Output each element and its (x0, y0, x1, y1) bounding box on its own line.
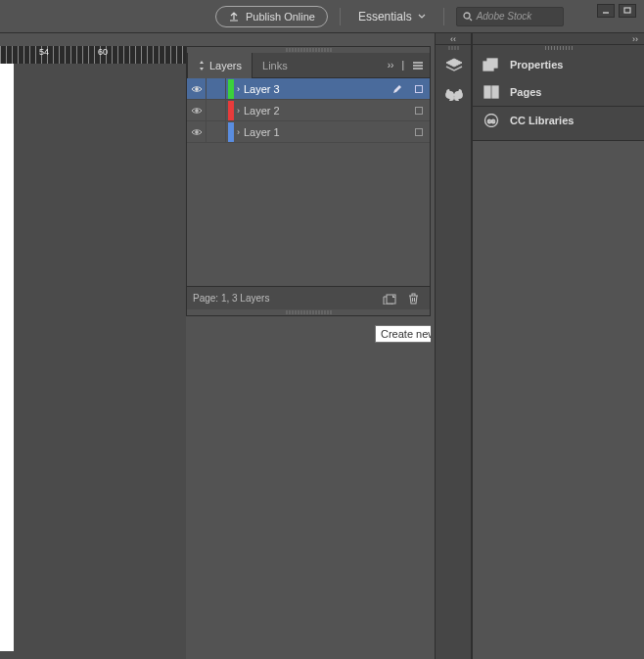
delete-layer-button[interactable] (402, 290, 424, 307)
adobe-stock-search[interactable]: Adobe Stock (456, 7, 564, 26)
panel-tab-controls: ›› | (388, 60, 430, 71)
search-placeholder: Adobe Stock (477, 11, 532, 22)
panel-label: Pages (510, 86, 541, 98)
cc-libraries-icon: cc (483, 114, 500, 127)
edit-indicator (387, 84, 408, 94)
layers-status-text: Page: 1, 3 Layers (193, 293, 377, 304)
layer-name[interactable]: Layer 3 (244, 83, 387, 95)
panel-tab-bar: Layers Links ›› | (187, 53, 430, 78)
top-menu-bar: Publish Online Essentials Adobe Stock (0, 0, 644, 33)
right-dock-collapse[interactable]: ›› (473, 33, 644, 45)
document-page[interactable] (0, 64, 14, 651)
svg-point-3 (195, 109, 198, 112)
layer-list: › Layer 3 › Layer 2 › Layer 1 (187, 78, 430, 286)
dock-links-button[interactable] (436, 80, 473, 110)
divider (443, 8, 444, 25)
workspace-label: Essentials (358, 10, 412, 24)
tab-links[interactable]: Links (253, 53, 298, 78)
link-icon (445, 89, 463, 101)
layers-panel-footer: Page: 1, 3 Layers (187, 286, 430, 309)
window-controls (597, 4, 636, 18)
svg-rect-11 (492, 86, 498, 98)
horizontal-ruler: 54 60 (0, 46, 186, 64)
right-dock-fill (472, 141, 644, 659)
layer-row[interactable]: › Layer 1 (187, 121, 430, 143)
divider: | (401, 60, 404, 71)
tab-label: Links (262, 60, 288, 71)
selection-indicator[interactable] (408, 107, 430, 115)
tab-layers[interactable]: Layers (187, 53, 253, 78)
panel-grip[interactable] (285, 310, 332, 314)
svg-text:cc: cc (487, 118, 495, 124)
svg-rect-5 (387, 295, 395, 304)
panel-grip[interactable] (285, 48, 332, 52)
layers-panel: Layers Links ›› | › Layer 3 (186, 46, 431, 316)
svg-rect-1 (624, 8, 630, 13)
eye-icon (191, 85, 203, 93)
dock-layers-button[interactable] (436, 51, 473, 80)
trash-icon (408, 293, 419, 305)
lock-toggle[interactable] (207, 100, 226, 120)
svg-rect-9 (487, 59, 497, 68)
layers-icon (445, 58, 463, 73)
search-icon (463, 12, 473, 22)
publish-online-button[interactable]: Publish Online (215, 6, 328, 27)
canvas-area[interactable] (0, 64, 186, 659)
properties-icon (483, 58, 500, 71)
expand-panel-icon[interactable]: ›› (388, 60, 394, 71)
minimize-button[interactable] (597, 4, 615, 18)
layer-row[interactable]: › Layer 3 (187, 78, 430, 100)
workspace-switcher[interactable]: Essentials (352, 10, 432, 24)
chevron-down-icon (418, 14, 426, 20)
layer-color-chip (228, 79, 234, 99)
expand-toggle[interactable]: › (237, 127, 240, 137)
panel-item-properties[interactable]: Properties (473, 51, 644, 78)
visibility-toggle[interactable] (187, 100, 207, 120)
svg-point-4 (195, 130, 198, 133)
panel-grip[interactable] (543, 46, 574, 50)
visibility-toggle[interactable] (187, 121, 207, 142)
maximize-button[interactable] (619, 4, 636, 18)
lock-toggle[interactable] (207, 78, 226, 99)
eye-icon (191, 107, 203, 115)
panel-label: CC Libraries (510, 115, 574, 126)
new-page-icon (383, 293, 396, 305)
pen-icon (392, 84, 402, 94)
pages-icon (483, 85, 500, 99)
dock-strip: ‹‹ (435, 33, 472, 659)
divider (340, 8, 341, 25)
eye-icon (191, 128, 203, 136)
ruler-mark: 54 (39, 47, 49, 57)
dock-collapse-toggle[interactable]: ‹‹ (436, 33, 471, 45)
lock-toggle[interactable] (207, 121, 226, 142)
new-layer-button[interactable] (379, 290, 400, 307)
publish-label: Publish Online (246, 11, 315, 23)
svg-point-0 (464, 13, 470, 19)
svg-point-2 (195, 87, 198, 90)
visibility-toggle[interactable] (187, 78, 207, 99)
layer-row[interactable]: › Layer 2 (187, 100, 430, 121)
expand-toggle[interactable]: › (237, 84, 240, 94)
selection-indicator[interactable] (408, 128, 430, 136)
right-panel-dock: ›› Properties Pages cc CC Libraries (472, 33, 644, 141)
panel-grip[interactable] (447, 46, 459, 50)
selection-indicator[interactable] (408, 85, 430, 93)
layer-name[interactable]: Layer 1 (244, 126, 387, 138)
layer-name[interactable]: Layer 2 (244, 105, 387, 117)
panel-item-cc-libraries[interactable]: cc CC Libraries (473, 107, 644, 134)
upload-icon (228, 11, 240, 23)
svg-rect-10 (484, 86, 490, 98)
tab-label: Layers (209, 60, 242, 71)
panel-item-pages[interactable]: Pages (473, 78, 644, 106)
ruler-ticks (0, 46, 186, 64)
layer-color-chip (228, 101, 234, 120)
expand-toggle[interactable]: › (237, 106, 240, 116)
sort-icon (198, 61, 206, 71)
panel-menu-icon[interactable] (412, 61, 424, 71)
ruler-mark: 60 (98, 47, 108, 57)
panel-label: Properties (510, 59, 563, 71)
layer-color-chip (228, 122, 234, 142)
